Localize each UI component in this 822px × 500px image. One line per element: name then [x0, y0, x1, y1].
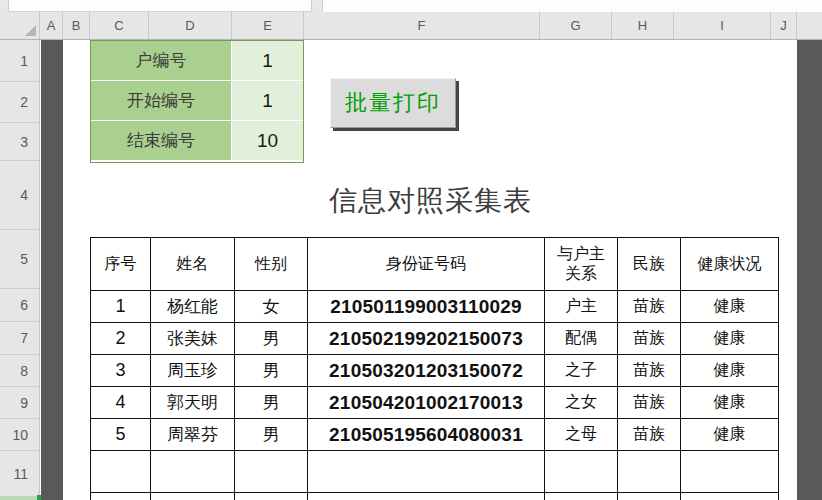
- table-cell[interactable]: 210502199202150073: [308, 323, 545, 355]
- table-row: 3周玉珍男210503201203150072之子苗族健康: [91, 355, 779, 387]
- table-cell[interactable]: 苗族: [618, 323, 681, 355]
- column-header-f[interactable]: F: [304, 12, 540, 39]
- table-cell[interactable]: 健康: [681, 387, 779, 419]
- table-empty-row: [91, 451, 779, 493]
- table-cell[interactable]: 男: [235, 323, 308, 355]
- table-cell[interactable]: 杨红能: [151, 291, 235, 323]
- header-cell-health[interactable]: 健康状况: [681, 238, 779, 291]
- batch-print-button[interactable]: 批量打印: [330, 78, 456, 128]
- end-id-label-cell[interactable]: 结束编号: [91, 121, 231, 160]
- table-cell[interactable]: 女: [235, 291, 308, 323]
- name-box[interactable]: [8, 0, 312, 12]
- house-id-label-cell[interactable]: 户编号: [91, 41, 231, 80]
- row-header-5[interactable]: 5: [0, 230, 39, 289]
- table-cell[interactable]: [681, 451, 779, 493]
- header-cell-rel[interactable]: 与户主 关系: [545, 238, 618, 291]
- row-header-7[interactable]: 7: [0, 322, 39, 355]
- end-id-value-cell[interactable]: 10: [232, 121, 303, 160]
- table-cell[interactable]: 男: [235, 419, 308, 451]
- table-header-row: 序号 姓名 性别 身份证号码 与户主 关系 民族 健康状况: [91, 238, 779, 291]
- row-header-8[interactable]: 8: [0, 355, 39, 387]
- table-cell[interactable]: 1: [91, 291, 151, 323]
- table-cell[interactable]: 苗族: [618, 291, 681, 323]
- column-header-e[interactable]: E: [232, 12, 304, 39]
- table-cell[interactable]: 苗族: [618, 419, 681, 451]
- column-header-d[interactable]: D: [149, 12, 232, 39]
- table-cell[interactable]: 周玉珍: [151, 355, 235, 387]
- column-header-j[interactable]: J: [771, 12, 797, 39]
- table-cell[interactable]: 男: [235, 387, 308, 419]
- row-header-9[interactable]: 9: [0, 387, 39, 419]
- table-cell[interactable]: 苗族: [618, 387, 681, 419]
- table-cell[interactable]: 210501199003110029: [308, 291, 545, 323]
- column-header-b[interactable]: B: [63, 12, 90, 39]
- table-cell[interactable]: 配偶: [545, 323, 618, 355]
- table-cell[interactable]: 户主: [545, 291, 618, 323]
- table-cell[interactable]: 210504201002170013: [308, 387, 545, 419]
- row-header-10[interactable]: 10: [0, 419, 39, 451]
- header-cell-eth[interactable]: 民族: [618, 238, 681, 291]
- table-cell[interactable]: 2: [91, 323, 151, 355]
- header-cell-seq[interactable]: 序号: [91, 238, 151, 291]
- table-cell[interactable]: 4: [91, 387, 151, 419]
- table-cell[interactable]: 之女: [545, 387, 618, 419]
- sheet-title[interactable]: 信息对照采集表: [90, 172, 771, 230]
- table-cell[interactable]: [681, 493, 779, 500]
- table-cell[interactable]: [235, 493, 308, 500]
- table-cell[interactable]: [151, 451, 235, 493]
- table-cell[interactable]: 健康: [681, 355, 779, 387]
- select-all-icon: [25, 25, 36, 36]
- row-header-11[interactable]: 11: [0, 451, 39, 497]
- table-cell[interactable]: 健康: [681, 323, 779, 355]
- table-cell[interactable]: [545, 451, 618, 493]
- table-cell[interactable]: [545, 493, 618, 500]
- start-id-value-cell[interactable]: 1: [232, 81, 303, 120]
- row-header-2[interactable]: 2: [0, 82, 39, 123]
- select-all-corner[interactable]: [0, 12, 40, 39]
- table-cell[interactable]: 之母: [545, 419, 618, 451]
- table-cell[interactable]: 之子: [545, 355, 618, 387]
- outside-area-fill-left: [41, 40, 63, 500]
- table-cell[interactable]: 3: [91, 355, 151, 387]
- column-header-g[interactable]: G: [540, 12, 612, 39]
- table-cell[interactable]: 5: [91, 419, 151, 451]
- header-cell-name[interactable]: 姓名: [151, 238, 235, 291]
- house-id-value-cell[interactable]: 1: [232, 41, 303, 80]
- table-cell[interactable]: [151, 493, 235, 500]
- row-header-6[interactable]: 6: [0, 289, 39, 322]
- table-cell[interactable]: 210503201203150072: [308, 355, 545, 387]
- row-header-4[interactable]: 4: [0, 161, 39, 230]
- table-empty-row: [91, 493, 779, 500]
- print-control-panel: 户编号 1 开始编号 1 结束编号 10: [90, 40, 304, 163]
- header-cell-sex[interactable]: 性别: [235, 238, 308, 291]
- column-header-row: ABCDEFGHIJ: [0, 12, 822, 40]
- spreadsheet-window: ABCDEFGHIJ 1234567891011 户编号 1 开始编号 1 结束…: [0, 0, 822, 500]
- table-cell[interactable]: 210505195604080031: [308, 419, 545, 451]
- table-cell[interactable]: 张美妹: [151, 323, 235, 355]
- table-cell[interactable]: [618, 451, 681, 493]
- table-cell[interactable]: [618, 493, 681, 500]
- table-cell[interactable]: 郭天明: [151, 387, 235, 419]
- table-cell[interactable]: 苗族: [618, 355, 681, 387]
- table-cell[interactable]: [308, 451, 545, 493]
- formula-bar-strip: [0, 0, 822, 12]
- row-header-column: 1234567891011: [0, 40, 40, 500]
- row-header-3[interactable]: 3: [0, 123, 39, 161]
- table-cell[interactable]: 健康: [681, 419, 779, 451]
- table-cell[interactable]: [235, 451, 308, 493]
- outside-area-fill-right: [797, 40, 822, 500]
- table-cell[interactable]: 健康: [681, 291, 779, 323]
- column-header-i[interactable]: I: [674, 12, 771, 39]
- table-cell[interactable]: [91, 493, 151, 500]
- header-cell-id[interactable]: 身份证号码: [308, 238, 545, 291]
- table-cell[interactable]: 周翠芬: [151, 419, 235, 451]
- table-cell[interactable]: [308, 493, 545, 500]
- row-header-1[interactable]: 1: [0, 40, 39, 82]
- table-row: 5周翠芬男210505195604080031之母苗族健康: [91, 419, 779, 451]
- start-id-label-cell[interactable]: 开始编号: [91, 81, 231, 120]
- table-cell[interactable]: [91, 451, 151, 493]
- column-header-c[interactable]: C: [90, 12, 149, 39]
- column-header-h[interactable]: H: [612, 12, 674, 39]
- table-cell[interactable]: 男: [235, 355, 308, 387]
- column-header-a[interactable]: A: [40, 12, 63, 39]
